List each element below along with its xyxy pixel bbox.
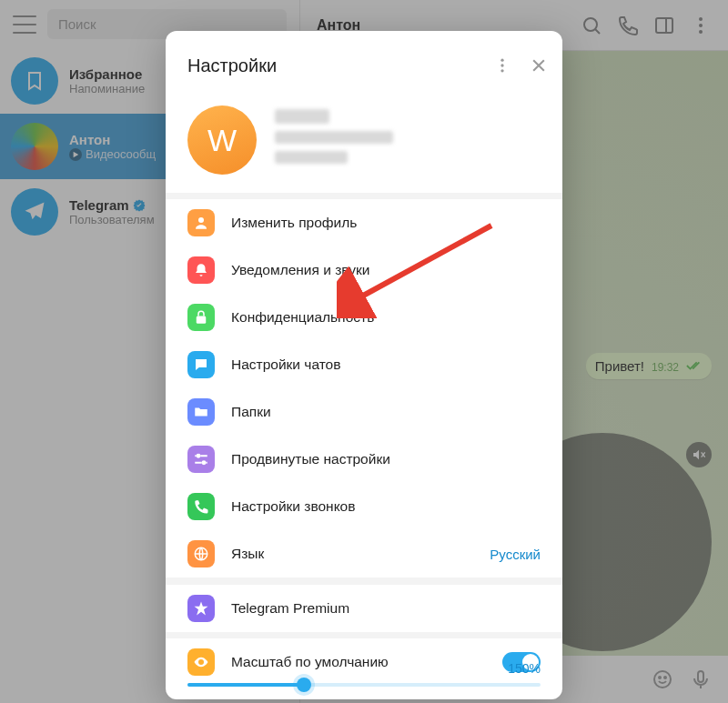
settings-label: Telegram Premium — [231, 600, 541, 617]
settings-label: Настройки чатов — [231, 357, 541, 373]
settings-item-premium[interactable]: Telegram Premium — [166, 585, 562, 632]
eye-icon — [187, 648, 215, 676]
svg-point-12 — [198, 217, 204, 223]
settings-item-calls[interactable]: Настройки звонков — [166, 483, 562, 530]
settings-item-scale[interactable]: Масштаб по умолчанию — [166, 638, 562, 679]
lock-icon — [187, 304, 215, 331]
more-icon[interactable] — [484, 47, 521, 84]
globe-icon — [187, 540, 215, 567]
settings-label: Язык — [231, 546, 473, 562]
svg-point-14 — [197, 455, 200, 457]
svg-point-10 — [500, 64, 503, 66]
annotation-arrow-icon — [337, 218, 500, 318]
scale-value: 150% — [508, 661, 541, 676]
profile-section[interactable]: W — [166, 100, 562, 193]
profile-info — [275, 109, 541, 171]
svg-rect-13 — [197, 316, 207, 324]
settings-item-advanced[interactable]: Продвинутые настройки — [166, 436, 562, 483]
folder-icon — [187, 398, 215, 426]
settings-label: Настройки звонков — [231, 498, 541, 515]
star-icon — [187, 595, 215, 622]
phone-icon — [187, 493, 215, 520]
modal-title: Настройки — [187, 55, 484, 76]
settings-item-language[interactable]: Язык Русский — [166, 530, 562, 577]
sliders-icon — [187, 446, 215, 473]
settings-label: Продвинутые настройки — [231, 451, 541, 467]
settings-label: Папки — [231, 404, 541, 420]
close-icon[interactable] — [521, 47, 557, 84]
svg-point-15 — [203, 462, 206, 465]
settings-modal: Настройки W Изменить профиль Уведомления — [166, 31, 562, 699]
scale-slider[interactable]: 150% — [187, 683, 541, 687]
avatar: W — [187, 105, 257, 175]
chat-icon — [187, 351, 215, 378]
bell-icon — [187, 256, 215, 284]
settings-value: Русский — [490, 547, 541, 562]
settings-item-chats[interactable]: Настройки чатов — [166, 341, 562, 388]
svg-point-11 — [500, 69, 503, 72]
svg-point-9 — [500, 59, 503, 62]
settings-item-folders[interactable]: Папки — [166, 388, 562, 436]
profile-icon — [187, 209, 215, 236]
settings-label: Масштаб по умолчанию — [231, 654, 486, 670]
